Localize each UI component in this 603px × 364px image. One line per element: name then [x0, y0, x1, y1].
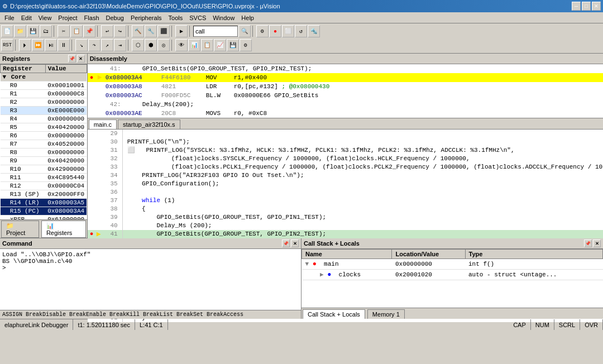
tb-settings-btn[interactable]: 🔩 — [308, 25, 320, 37]
tb-w5[interactable]: 💾 — [227, 39, 239, 51]
tb-new-btn[interactable]: 📄 — [1, 25, 13, 37]
reg-row[interactable]: R13 (SP) 0x20000FF0 — [1, 190, 87, 199]
menu-peripherals[interactable]: Peripherals — [127, 13, 165, 22]
tb-undo-btn[interactable]: ↩ — [101, 25, 113, 37]
menu-debug[interactable]: Debug — [103, 13, 127, 22]
command-header: Command 📌 ✕ — [0, 238, 301, 249]
tb-bp3[interactable]: ◎ — [157, 39, 170, 51]
reg-row[interactable]: xPSR 0x61000000 — [1, 215, 87, 220]
menu-project[interactable]: Project — [55, 13, 80, 22]
tb-rst-btn[interactable]: RST — [1, 39, 13, 51]
tb-save-btn[interactable]: 💾 — [27, 25, 39, 37]
app-icon: ⚙ — [2, 3, 8, 10]
registers-table[interactable]: Register Value ▼ Core R0 0x00010001 R1 0 — [0, 64, 87, 219]
menu-svcs[interactable]: SVCS — [186, 13, 209, 22]
minimize-button[interactable]: ─ — [572, 2, 581, 11]
tb-target-btn[interactable]: ⚙ — [256, 25, 269, 37]
tb-r3[interactable]: ⏯ — [45, 39, 57, 51]
tb-paste-btn[interactable]: 📌 — [83, 25, 95, 37]
current-line-arrow: ▶ — [97, 230, 103, 238]
reg-row-r15[interactable]: R15 (PC) 0x080003A4 — [1, 207, 87, 215]
status-ovr: OVR — [580, 319, 603, 330]
tab-main-c[interactable]: main.c — [89, 119, 117, 129]
tb-saveall-btn[interactable]: 🗂 — [40, 25, 52, 37]
tb-copy-btn[interactable]: 📋 — [70, 25, 83, 37]
reg-row[interactable]: R5 0x40420000 — [1, 123, 87, 132]
menu-tools[interactable]: Tools — [165, 13, 186, 22]
tb-bp1[interactable]: ⬡ — [132, 39, 144, 51]
tb-w3[interactable]: 📋 — [201, 39, 213, 51]
menu-help[interactable]: Help — [238, 13, 257, 22]
tb-r1[interactable]: ⏵ — [19, 39, 31, 51]
maximize-button[interactable]: □ — [582, 2, 591, 11]
reg-row[interactable]: R8 0x00000000 — [1, 149, 87, 157]
reg-row[interactable]: R12 0x00000C04 — [1, 182, 87, 190]
code-line-37: 37 while (1) — [88, 197, 603, 205]
cs-toggle-main[interactable]: ▼ — [305, 261, 309, 267]
callstack-close-btn[interactable]: ✕ — [593, 240, 601, 247]
menu-file[interactable]: File — [1, 13, 18, 22]
cs-row-clocks[interactable]: ▶ ● clocks 0x20001020 auto - struct <unt… — [302, 270, 603, 280]
tb-stop-btn[interactable]: ⬛ — [157, 25, 170, 37]
reg-row[interactable]: R9 0x40420000 — [1, 157, 87, 165]
registers-panel: Registers 📌 ✕ Register Value ▼ Core — [0, 54, 88, 238]
reg-row[interactable]: R11 0x4C895440 — [1, 174, 87, 182]
tb-w4[interactable]: 📈 — [214, 39, 226, 51]
reg-row[interactable]: R0 0x00010001 — [1, 82, 87, 90]
reg-row[interactable]: R6 0x00000000 — [1, 132, 87, 140]
reg-row[interactable]: R7 0x40520000 — [1, 140, 87, 149]
tb-debug-btn[interactable]: ▶ — [175, 25, 188, 37]
tb-w2[interactable]: 📊 — [188, 39, 200, 51]
callstack-content[interactable]: Name Location/Value Type ▼ ● main 0x0000… — [302, 249, 603, 308]
tb-build-btn[interactable]: 🔨 — [132, 25, 144, 37]
command-line-1: Load "..\\OBJ\\GPIO.axf" — [2, 251, 299, 258]
tb-step-in[interactable]: ↘ — [75, 39, 88, 51]
disassembly-content[interactable]: 41: GPIO_SetBits(GPIO_GROUP_TEST, GPIO_P… — [88, 64, 603, 118]
menu-window[interactable]: Window — [209, 13, 238, 22]
tb-bp2[interactable]: ⬢ — [145, 39, 157, 51]
command-pin-btn[interactable]: 📌 — [282, 240, 290, 247]
tb-run-btn[interactable]: ● — [269, 25, 281, 37]
tb-w6[interactable]: ⚙ — [240, 39, 252, 51]
tab-callstack[interactable]: Call Stack + Locals — [303, 309, 365, 319]
tb-r4[interactable]: ⏸ — [58, 39, 70, 51]
command-close-btn[interactable]: ✕ — [291, 240, 299, 247]
tb-cut-btn[interactable]: ✂ — [58, 25, 70, 37]
menu-flash[interactable]: Flash — [81, 13, 103, 22]
disasm-row-label41: 41: GPIO_SetBits(GPIO_GROUP_TEST, GPIO_P… — [88, 64, 603, 73]
tab-startup[interactable]: startup_air32f10x.s — [118, 119, 180, 129]
tb-step-out[interactable]: ↗ — [101, 39, 113, 51]
tb-redo-btn[interactable]: ↪ — [114, 25, 126, 37]
close-button[interactable]: ✕ — [592, 2, 601, 11]
code-line-31: 31 ⬜ PRINTF_LOG("SYSCLK: %3.1fMhz, HCLK:… — [88, 146, 603, 155]
reg-row[interactable]: R2 0x00000000 — [1, 98, 87, 107]
reg-row[interactable]: R1 0x000000C8 — [1, 90, 87, 98]
code-line-40: 40 Delay_Ms (200); — [88, 222, 603, 230]
tb-rebuild-btn[interactable]: 🔧 — [145, 25, 157, 37]
disassembly-title: Disassembly — [90, 55, 127, 62]
bottom-section: Command 📌 ✕ Load "..\\OBJ\\GPIO.axf" BS … — [0, 238, 603, 319]
tab-memory1[interactable]: Memory 1 — [367, 309, 405, 319]
registers-pin-btn[interactable]: 📌 — [68, 55, 76, 63]
registers-close-btn[interactable]: ✕ — [77, 55, 85, 63]
tb-w1[interactable]: 👁 — [175, 39, 188, 51]
tb-r2[interactable]: ⏩ — [32, 39, 44, 51]
reg-row-r3[interactable]: R3 0xE000E000 — [1, 107, 87, 115]
tb-step-over[interactable]: ↷ — [88, 39, 100, 51]
menu-edit[interactable]: Edit — [18, 13, 35, 22]
tb-open-btn[interactable]: 📁 — [14, 25, 26, 37]
tab-registers[interactable]: 📊 Registers — [41, 221, 86, 238]
tb-search-btn[interactable]: 🔍 — [238, 25, 251, 37]
cs-toggle-clocks[interactable]: ▶ — [320, 271, 324, 278]
reg-row[interactable]: R4 0x00000000 — [1, 115, 87, 123]
reg-row[interactable]: R10 0x42900000 — [1, 165, 87, 174]
search-input[interactable] — [193, 26, 238, 37]
tb-stop2-btn[interactable]: ⬜ — [282, 25, 294, 37]
tab-project[interactable]: 📁 Project — [1, 221, 39, 238]
tb-run-to[interactable]: ⇥ — [114, 39, 126, 51]
menu-view[interactable]: View — [35, 13, 55, 22]
tb-reset-btn[interactable]: ↺ — [295, 25, 307, 37]
reg-row-r14[interactable]: R14 (LR) 0x080003A5 — [1, 199, 87, 207]
cs-row-main[interactable]: ▼ ● main 0x00000000 int f() — [302, 259, 603, 270]
callstack-pin-btn[interactable]: 📌 — [584, 240, 592, 247]
